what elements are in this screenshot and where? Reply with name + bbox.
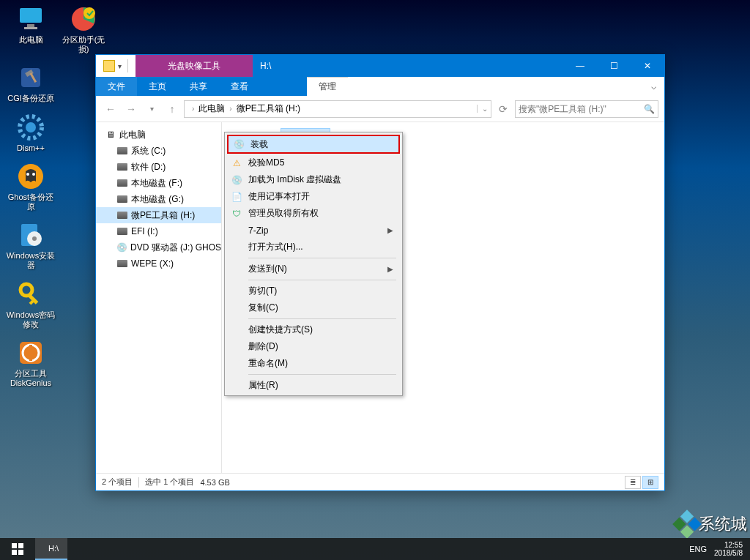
drive-icon — [116, 258, 128, 269]
tab-home[interactable]: 主页 — [137, 77, 178, 96]
svg-point-11 — [26, 173, 29, 176]
quick-access-toolbar: ▾ — [96, 55, 135, 77]
status-item-count: 2 个项目 — [102, 477, 133, 488]
ctx-label: 属性(R) — [248, 379, 278, 392]
tree-item-drive-h[interactable]: 微PE工具箱 (H:) — [96, 207, 221, 223]
svg-point-4 — [83, 7, 95, 19]
tree-item-drive-c[interactable]: 系统 (C:) — [96, 143, 221, 159]
taskbar-item-explorer[interactable]: H:\ — [35, 538, 67, 560]
shield-ok-icon: 🛡 — [231, 208, 242, 220]
separator — [248, 280, 396, 280]
chevron-right-icon[interactable]: › — [192, 105, 194, 113]
window-controls: — ☐ ✕ — [563, 55, 664, 77]
minimize-button[interactable]: — — [563, 55, 597, 77]
dg-icon — [16, 338, 45, 367]
addr-dropdown-button[interactable]: ⌄ — [477, 105, 488, 113]
view-icons-button[interactable]: ⊞ — [642, 476, 658, 489]
ctx-shortcut[interactable]: 创建快捷方式(S) — [226, 321, 401, 338]
up-button[interactable]: ↑ — [163, 100, 181, 118]
tree-item-drive-x[interactable]: WEPE (X:) — [96, 255, 221, 272]
tab-manage[interactable]: 管理 — [307, 77, 348, 96]
drive-icon — [116, 194, 128, 204]
drive-icon — [116, 146, 128, 156]
ribbon-spacer — [348, 77, 642, 96]
gear-star-icon — [16, 113, 45, 142]
desktop-icon-diskgenius[interactable]: 分区工具DiskGenius — [4, 338, 57, 388]
ctx-mount[interactable]: 💿装载 — [227, 135, 400, 154]
tab-share[interactable]: 共享 — [178, 77, 219, 96]
ctx-properties[interactable]: 属性(R) — [226, 377, 401, 394]
tray-lang[interactable]: ENG — [689, 545, 707, 553]
desktop-icon-cgi-backup[interactable]: CGI备份还原 — [4, 63, 57, 103]
chevron-right-icon: ▶ — [387, 226, 393, 234]
ctx-label: 7-Zip — [248, 225, 268, 236]
tree-item-drive-d[interactable]: 软件 (D:) — [96, 159, 221, 175]
close-button[interactable]: ✕ — [631, 55, 664, 77]
chevron-down-icon[interactable]: ▾ — [118, 62, 122, 70]
navigation-bar: ← → ▾ ↑ › 此电脑 › 微PE工具箱 (H:) ⌄ ⟳ 🔍 — [96, 96, 664, 122]
history-dropdown[interactable]: ▾ — [143, 100, 160, 118]
dvd-icon: 💿 — [116, 242, 127, 253]
tree-label: 本地磁盘 (F:) — [131, 177, 182, 190]
desktop-icon-password[interactable]: Windows密码修改 — [4, 280, 57, 329]
tree-label: EFI (I:) — [131, 226, 158, 236]
refresh-button[interactable]: ⟳ — [494, 100, 512, 118]
address-bar[interactable]: › 此电脑 › 微PE工具箱 (H:) ⌄ — [184, 100, 491, 118]
tab-view[interactable]: 查看 — [219, 77, 260, 96]
search-box[interactable]: 🔍 — [515, 100, 658, 118]
navigation-tree[interactable]: 🖥 此电脑 系统 (C:) 软件 (D:) 本地磁盘 (F:) 本地磁盘 (G:… — [96, 122, 222, 473]
back-button[interactable]: ← — [102, 100, 119, 118]
forward-button[interactable]: → — [122, 100, 140, 118]
ctx-send-to[interactable]: 发送到(N)▶ — [226, 261, 401, 277]
ctx-label: 校验MD5 — [248, 157, 284, 169]
desktop-icon-partition-assistant[interactable]: 分区助手(无损) — [57, 4, 110, 54]
ribbon-expand-button[interactable]: ⌵ — [642, 77, 664, 96]
breadcrumb-current[interactable]: 微PE工具箱 (H:) — [237, 102, 300, 115]
tree-root-this-pc[interactable]: 🖥 此电脑 — [96, 127, 221, 143]
watermark-icon — [672, 509, 702, 539]
search-input[interactable] — [519, 104, 644, 114]
ctx-7zip[interactable]: 7-Zip▶ — [226, 222, 401, 239]
svg-rect-26 — [12, 543, 17, 548]
tree-item-drive-f[interactable]: 本地磁盘 (F:) — [96, 175, 221, 191]
drive-icon — [116, 226, 128, 236]
svg-rect-2 — [24, 27, 37, 29]
tree-item-drive-i[interactable]: EFI (I:) — [96, 223, 221, 239]
desktop-icon-this-pc[interactable]: 此电脑 — [4, 4, 57, 54]
pie-icon — [69, 4, 98, 34]
desktop-icon-label: 分区助手(无损) — [57, 35, 110, 54]
view-switcher: ≣ ⊞ — [625, 476, 658, 489]
ctx-open-with[interactable]: 打开方式(H)... — [226, 239, 401, 255]
svg-rect-28 — [12, 550, 17, 555]
ctx-rename[interactable]: 重命名(M) — [226, 355, 401, 372]
tray-clock[interactable]: 12:55 2018/5/8 — [714, 541, 743, 557]
desktop-icon-label: Ghost备份还原 — [4, 193, 57, 212]
title-bar[interactable]: ▾ 光盘映像工具 H:\ — ☐ ✕ — [96, 55, 664, 77]
tree-item-drive-g[interactable]: 本地磁盘 (G:) — [96, 191, 221, 207]
tree-label: 微PE工具箱 (H:) — [131, 209, 195, 222]
folder-icon[interactable] — [103, 60, 115, 72]
maximize-button[interactable]: ☐ — [597, 55, 631, 77]
tab-file[interactable]: 文件 — [96, 77, 137, 96]
start-button[interactable] — [0, 538, 35, 560]
desktop-icon-dism[interactable]: Dism++ — [4, 113, 57, 153]
tree-label: WEPE (X:) — [131, 258, 174, 269]
ctx-md5[interactable]: ⚠校验MD5 — [226, 154, 401, 171]
chevron-right-icon[interactable]: › — [229, 105, 231, 113]
ctx-admin-own[interactable]: 🛡管理员取得所有权 — [226, 205, 401, 222]
ctx-delete[interactable]: 删除(D) — [226, 338, 401, 355]
ctx-imdisk[interactable]: 💿加载为 ImDisk 虚拟磁盘 — [226, 171, 401, 188]
ctx-notepad[interactable]: 📄使用记事本打开 — [226, 188, 401, 205]
ctx-copy[interactable]: 复制(C) — [226, 299, 401, 316]
tree-item-dvd-drive[interactable]: 💿DVD 驱动器 (J:) GHOST — [96, 239, 221, 255]
ctx-cut[interactable]: 剪切(T) — [226, 283, 401, 299]
desktop-icon-windows-installer[interactable]: Windows安装器 — [4, 220, 57, 270]
desktop-icon-ghost[interactable]: Ghost备份还原 — [4, 162, 57, 212]
view-details-button[interactable]: ≣ — [625, 476, 641, 489]
ctx-label: 删除(D) — [248, 340, 278, 353]
search-icon[interactable]: 🔍 — [644, 104, 655, 114]
breadcrumb-root[interactable]: 此电脑 — [198, 102, 225, 115]
svg-rect-29 — [18, 550, 23, 555]
monitor-icon — [16, 4, 45, 34]
status-bar: 2 个项目 选中 1 个项目 4.53 GB ≣ ⊞ — [96, 473, 664, 490]
